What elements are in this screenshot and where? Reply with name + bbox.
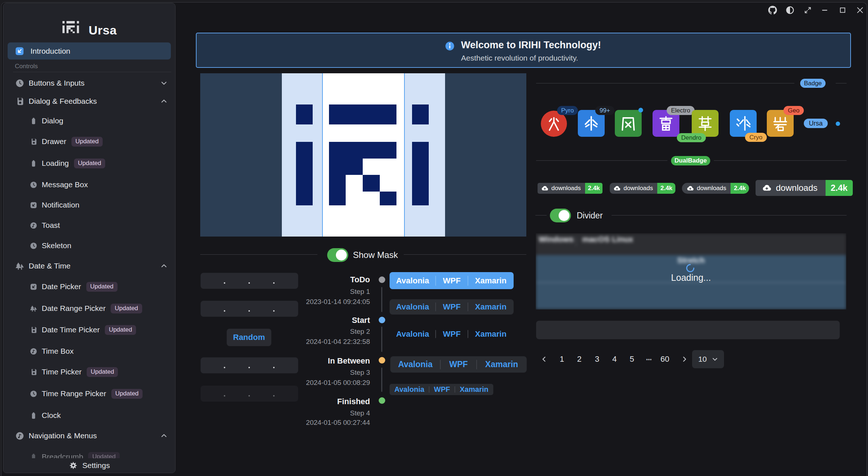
github-icon[interactable]: [768, 5, 777, 15]
sidebar-item-label: Time Picker: [42, 368, 82, 376]
timeline-item-time: 2024-01-04 22:32:58: [306, 338, 370, 346]
downloads-badge: downloads 2.4k: [538, 183, 602, 194]
random-button[interactable]: Random: [227, 329, 271, 346]
xamarin-button[interactable]: Xamarin: [468, 272, 514, 289]
sidebar-item-breadcrumb[interactable]: Breadcrumb Updated: [3, 449, 176, 458]
settings-button[interactable]: Settings: [3, 457, 176, 473]
avalonia-button[interactable]: Avalonia: [390, 356, 440, 373]
timeline-item-time: 2024-01-05 00:08:29: [306, 379, 370, 387]
sidebar-item-buttons-inputs[interactable]: Buttons & Inputs: [3, 75, 176, 91]
button-group-borderless: Avalonia WPF Xamarin: [390, 327, 514, 341]
ursa-badge: Ursa: [804, 119, 828, 128]
dendro-avatar: [692, 110, 719, 137]
divider-line: [714, 160, 847, 161]
xamarin-button[interactable]: Xamarin: [468, 299, 514, 315]
timeline-dot: [379, 317, 385, 323]
masked-date-field[interactable]: [201, 273, 298, 289]
divider-line: [200, 254, 317, 255]
anemo-avatar: [615, 110, 642, 137]
sidebar-item-label: Buttons & Inputs: [29, 79, 85, 87]
avalonia-button[interactable]: Avalonia: [390, 272, 436, 289]
sidebar-item-message-box[interactable]: Message Box: [3, 177, 176, 193]
page-prev-button[interactable]: [540, 356, 548, 363]
sidebar-item-notification[interactable]: Notification: [3, 197, 176, 213]
note-icon: [30, 222, 37, 229]
chevron-up-icon: [160, 98, 168, 105]
page-button-1[interactable]: 1: [557, 354, 567, 365]
xamarin-button[interactable]: Xamarin: [477, 356, 527, 373]
page-button-3[interactable]: 3: [592, 354, 602, 365]
timeline-item-step: Step 1: [350, 288, 370, 296]
sidebar-item-time-picker[interactable]: Time PickerUpdated: [3, 364, 176, 380]
show-mask-toggle[interactable]: [327, 248, 348, 262]
avalonia-button[interactable]: Avalonia: [390, 327, 436, 341]
sidebar-item-toast[interactable]: Toast: [3, 217, 176, 233]
notification-icon: [15, 46, 24, 56]
banner-subtitle: Aesthetic revolution of productivity.: [461, 54, 601, 62]
sidebar-item-skeleton[interactable]: Skeleton: [3, 238, 176, 254]
updated-badge: Updated: [111, 304, 142, 313]
sidebar-item-time-range-picker[interactable]: Time Range PickerUpdated: [3, 386, 176, 402]
page-button-5[interactable]: 5: [627, 354, 637, 365]
maximize-icon[interactable]: [838, 5, 847, 15]
sidebar-item-loading[interactable]: LoadingUpdated: [3, 155, 176, 171]
grass-glyph-icon: [697, 115, 713, 132]
wpf-button[interactable]: WPF: [429, 384, 455, 395]
sidebar-item-date-time[interactable]: Date & Time: [3, 258, 176, 274]
masked-date-field[interactable]: [201, 301, 298, 317]
page-size-select[interactable]: 10: [692, 350, 724, 368]
wpf-button[interactable]: WPF: [436, 327, 468, 341]
notif-icon: [30, 283, 37, 291]
sidebar-item-date-time-picker[interactable]: Date Time PickerUpdated: [3, 322, 176, 338]
sidebar-item-drawer[interactable]: DrawerUpdated: [3, 134, 176, 149]
xamarin-button[interactable]: Xamarin: [455, 384, 493, 395]
tab-macos-linux[interactable]: macOS Linux: [582, 235, 633, 244]
sidebar-item-clock[interactable]: Clock: [3, 407, 176, 423]
tab-windows[interactable]: Windows: [539, 235, 573, 244]
sidebar-divider: [13, 72, 171, 72]
page-next-button[interactable]: [681, 356, 688, 363]
avalonia-button[interactable]: Avalonia: [390, 299, 436, 315]
fullscreen-icon[interactable]: [803, 5, 813, 15]
timeline-item-step: Step 4: [350, 409, 370, 417]
timeline-connector: [381, 287, 382, 312]
floppy-icon: [30, 326, 37, 334]
sidebar-item-date-range-picker[interactable]: Date Range PickerUpdated: [3, 300, 176, 316]
sidebar-item-dialog-feedbacks[interactable]: Dialog & Feedbacks: [3, 93, 176, 109]
notif-icon: [30, 201, 37, 209]
close-icon[interactable]: [855, 5, 865, 15]
ice-glyph-icon: [735, 115, 752, 132]
sidebar-item-date-picker[interactable]: Date PickerUpdated: [3, 279, 176, 295]
sidebar-item-label: Introduction: [30, 47, 70, 56]
note-icon: [30, 348, 37, 355]
page-button-2[interactable]: 2: [574, 354, 584, 365]
sidebar-item-introduction[interactable]: Introduction: [8, 42, 171, 60]
cloud-download-icon: [687, 185, 694, 192]
avalonia-button[interactable]: Avalonia: [390, 384, 429, 395]
page-button-60[interactable]: 60: [658, 354, 671, 365]
button-group-dark-large: Avalonia WPF Xamarin: [390, 356, 527, 373]
sidebar-item-label: Drawer: [42, 137, 66, 146]
page-ellipsis[interactable]: •••: [642, 354, 655, 365]
sidebar-item-label: Loading: [42, 159, 69, 168]
divider-toggle[interactable]: [550, 209, 571, 222]
wpf-button[interactable]: WPF: [436, 272, 468, 289]
sidebar-item-navigation-menus[interactable]: Navigation & Menus: [3, 428, 176, 444]
updated-badge: Updated: [87, 367, 118, 377]
sidebar-item-label: Time Box: [42, 347, 74, 356]
sidebar-item-time-box[interactable]: Time Box: [3, 343, 176, 359]
divider-line: [612, 215, 847, 216]
dendro-badge: Dendro: [677, 133, 706, 142]
masked-date-field[interactable]: [201, 357, 298, 373]
wpf-button[interactable]: WPF: [440, 356, 477, 373]
sidebar-item-label: Date Time Picker: [42, 325, 100, 334]
empty-input-box[interactable]: [536, 321, 840, 339]
sidebar-item-dialog[interactable]: Dialog: [3, 113, 176, 129]
minimize-icon[interactable]: [820, 5, 830, 15]
theme-toggle-icon[interactable]: [785, 5, 795, 15]
page-button-4[interactable]: 4: [609, 354, 620, 365]
xamarin-button[interactable]: Xamarin: [468, 327, 514, 341]
wpf-button[interactable]: WPF: [436, 299, 468, 315]
irihi-logo-icon: [62, 21, 80, 39]
loading-mask: Loading...: [536, 255, 846, 309]
